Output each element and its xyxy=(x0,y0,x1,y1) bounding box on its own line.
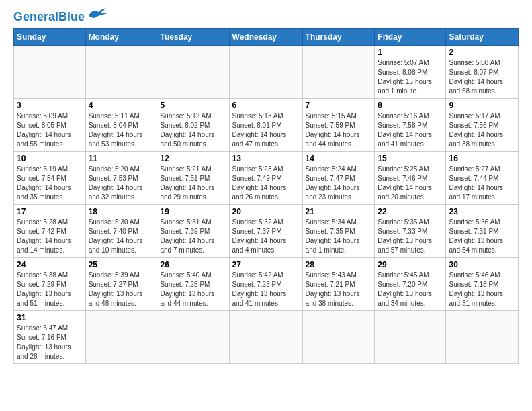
calendar-cell xyxy=(302,311,375,364)
day-number: 17 xyxy=(17,207,83,216)
calendar-week-row: 1Sunrise: 5:07 AM Sunset: 8:08 PM Daylig… xyxy=(14,46,519,99)
calendar-cell xyxy=(229,46,302,99)
calendar-cell: 31Sunrise: 5:47 AM Sunset: 7:16 PM Dayli… xyxy=(14,311,86,364)
calendar-cell: 11Sunrise: 5:20 AM Sunset: 7:53 PM Dayli… xyxy=(85,152,157,205)
calendar-cell: 25Sunrise: 5:39 AM Sunset: 7:27 PM Dayli… xyxy=(85,258,157,311)
day-number: 18 xyxy=(89,207,154,216)
calendar-cell: 23Sunrise: 5:36 AM Sunset: 7:31 PM Dayli… xyxy=(446,205,519,258)
calendar-week-row: 10Sunrise: 5:19 AM Sunset: 7:54 PM Dayli… xyxy=(14,152,519,205)
calendar-cell: 19Sunrise: 5:31 AM Sunset: 7:39 PM Dayli… xyxy=(157,205,229,258)
calendar-cell xyxy=(302,46,375,99)
day-number: 25 xyxy=(89,260,154,269)
calendar-cell xyxy=(446,311,519,364)
weekday-header-tuesday: Tuesday xyxy=(157,29,229,46)
day-info: Sunrise: 5:38 AM Sunset: 7:29 PM Dayligh… xyxy=(17,271,83,308)
calendar-cell xyxy=(85,46,157,99)
day-info: Sunrise: 5:45 AM Sunset: 7:20 PM Dayligh… xyxy=(378,271,443,308)
calendar-cell: 13Sunrise: 5:23 AM Sunset: 7:49 PM Dayli… xyxy=(229,152,302,205)
day-number: 31 xyxy=(17,313,83,322)
day-number: 14 xyxy=(306,154,372,163)
calendar-cell: 3Sunrise: 5:09 AM Sunset: 8:05 PM Daylig… xyxy=(14,99,86,152)
calendar-cell: 15Sunrise: 5:25 AM Sunset: 7:46 PM Dayli… xyxy=(375,152,446,205)
day-number: 9 xyxy=(449,101,515,110)
day-number: 30 xyxy=(449,260,515,269)
logo-bird-icon xyxy=(87,7,109,21)
day-number: 28 xyxy=(306,260,372,269)
calendar-cell: 4Sunrise: 5:11 AM Sunset: 8:04 PM Daylig… xyxy=(85,99,157,152)
calendar-cell: 7Sunrise: 5:15 AM Sunset: 7:59 PM Daylig… xyxy=(302,99,375,152)
day-number: 27 xyxy=(232,260,300,269)
weekday-header-saturday: Saturday xyxy=(446,29,519,46)
day-info: Sunrise: 5:12 AM Sunset: 8:02 PM Dayligh… xyxy=(160,111,226,149)
weekday-header-wednesday: Wednesday xyxy=(229,29,302,46)
day-number: 21 xyxy=(306,207,372,216)
day-info: Sunrise: 5:34 AM Sunset: 7:35 PM Dayligh… xyxy=(306,218,372,255)
calendar-cell xyxy=(14,46,86,99)
calendar-cell: 24Sunrise: 5:38 AM Sunset: 7:29 PM Dayli… xyxy=(14,258,86,311)
day-info: Sunrise: 5:09 AM Sunset: 8:05 PM Dayligh… xyxy=(17,111,83,149)
calendar-cell xyxy=(157,311,229,364)
calendar-cell: 18Sunrise: 5:30 AM Sunset: 7:40 PM Dayli… xyxy=(85,205,157,258)
day-info: Sunrise: 5:07 AM Sunset: 8:08 PM Dayligh… xyxy=(378,58,443,96)
day-info: Sunrise: 5:40 AM Sunset: 7:25 PM Dayligh… xyxy=(160,271,226,308)
day-number: 26 xyxy=(160,260,226,269)
day-info: Sunrise: 5:11 AM Sunset: 8:04 PM Dayligh… xyxy=(89,111,154,149)
day-info: Sunrise: 5:24 AM Sunset: 7:47 PM Dayligh… xyxy=(306,165,372,202)
day-info: Sunrise: 5:13 AM Sunset: 8:01 PM Dayligh… xyxy=(232,111,300,149)
day-info: Sunrise: 5:43 AM Sunset: 7:21 PM Dayligh… xyxy=(306,271,372,308)
logo-blue: Blue xyxy=(58,10,85,24)
day-number: 11 xyxy=(89,154,154,163)
calendar-cell: 17Sunrise: 5:28 AM Sunset: 7:42 PM Dayli… xyxy=(14,205,86,258)
weekday-header-row: SundayMondayTuesdayWednesdayThursdayFrid… xyxy=(14,29,519,46)
calendar-cell: 14Sunrise: 5:24 AM Sunset: 7:47 PM Dayli… xyxy=(302,152,375,205)
calendar-cell: 22Sunrise: 5:35 AM Sunset: 7:33 PM Dayli… xyxy=(375,205,446,258)
calendar-cell: 1Sunrise: 5:07 AM Sunset: 8:08 PM Daylig… xyxy=(375,46,446,99)
day-info: Sunrise: 5:17 AM Sunset: 7:56 PM Dayligh… xyxy=(449,111,515,149)
day-info: Sunrise: 5:39 AM Sunset: 7:27 PM Dayligh… xyxy=(89,271,154,308)
day-info: Sunrise: 5:32 AM Sunset: 7:37 PM Dayligh… xyxy=(232,218,300,255)
calendar-week-row: 17Sunrise: 5:28 AM Sunset: 7:42 PM Dayli… xyxy=(14,205,519,258)
calendar-table: SundayMondayTuesdayWednesdayThursdayFrid… xyxy=(13,28,519,364)
day-info: Sunrise: 5:46 AM Sunset: 7:18 PM Dayligh… xyxy=(449,271,515,308)
calendar-cell: 27Sunrise: 5:42 AM Sunset: 7:23 PM Dayli… xyxy=(229,258,302,311)
day-info: Sunrise: 5:19 AM Sunset: 7:54 PM Dayligh… xyxy=(17,165,83,202)
day-number: 6 xyxy=(232,101,300,110)
day-info: Sunrise: 5:42 AM Sunset: 7:23 PM Dayligh… xyxy=(232,271,300,308)
day-info: Sunrise: 5:15 AM Sunset: 7:59 PM Dayligh… xyxy=(306,111,372,149)
day-number: 23 xyxy=(449,207,515,216)
logo-text: GeneralBlue xyxy=(13,11,85,23)
logo-general: General xyxy=(13,10,58,24)
day-number: 10 xyxy=(17,154,83,163)
day-number: 19 xyxy=(160,207,226,216)
day-number: 29 xyxy=(378,260,443,269)
day-info: Sunrise: 5:25 AM Sunset: 7:46 PM Dayligh… xyxy=(378,165,443,202)
day-number: 13 xyxy=(232,154,300,163)
day-info: Sunrise: 5:21 AM Sunset: 7:51 PM Dayligh… xyxy=(160,165,226,202)
weekday-header-monday: Monday xyxy=(85,29,157,46)
calendar-cell xyxy=(157,46,229,99)
day-info: Sunrise: 5:20 AM Sunset: 7:53 PM Dayligh… xyxy=(89,165,154,202)
weekday-header-friday: Friday xyxy=(375,29,446,46)
day-number: 16 xyxy=(449,154,515,163)
calendar-cell: 8Sunrise: 5:16 AM Sunset: 7:58 PM Daylig… xyxy=(375,99,446,152)
calendar-cell: 6Sunrise: 5:13 AM Sunset: 8:01 PM Daylig… xyxy=(229,99,302,152)
day-number: 1 xyxy=(378,48,443,57)
calendar-cell xyxy=(375,311,446,364)
day-info: Sunrise: 5:30 AM Sunset: 7:40 PM Dayligh… xyxy=(89,218,154,255)
calendar-cell: 12Sunrise: 5:21 AM Sunset: 7:51 PM Dayli… xyxy=(157,152,229,205)
calendar-cell: 30Sunrise: 5:46 AM Sunset: 7:18 PM Dayli… xyxy=(446,258,519,311)
logo: GeneralBlue xyxy=(13,11,109,23)
weekday-header-sunday: Sunday xyxy=(14,29,86,46)
calendar-cell: 2Sunrise: 5:08 AM Sunset: 8:07 PM Daylig… xyxy=(446,46,519,99)
calendar-week-row: 24Sunrise: 5:38 AM Sunset: 7:29 PM Dayli… xyxy=(14,258,519,311)
calendar-week-row: 31Sunrise: 5:47 AM Sunset: 7:16 PM Dayli… xyxy=(14,311,519,364)
day-number: 22 xyxy=(378,207,443,216)
calendar-cell: 5Sunrise: 5:12 AM Sunset: 8:02 PM Daylig… xyxy=(157,99,229,152)
calendar-cell: 16Sunrise: 5:27 AM Sunset: 7:44 PM Dayli… xyxy=(446,152,519,205)
calendar-week-row: 3Sunrise: 5:09 AM Sunset: 8:05 PM Daylig… xyxy=(14,99,519,152)
calendar-cell: 29Sunrise: 5:45 AM Sunset: 7:20 PM Dayli… xyxy=(375,258,446,311)
day-info: Sunrise: 5:28 AM Sunset: 7:42 PM Dayligh… xyxy=(17,218,83,255)
weekday-header-thursday: Thursday xyxy=(302,29,375,46)
day-info: Sunrise: 5:16 AM Sunset: 7:58 PM Dayligh… xyxy=(378,111,443,149)
calendar-cell: 28Sunrise: 5:43 AM Sunset: 7:21 PM Dayli… xyxy=(302,258,375,311)
